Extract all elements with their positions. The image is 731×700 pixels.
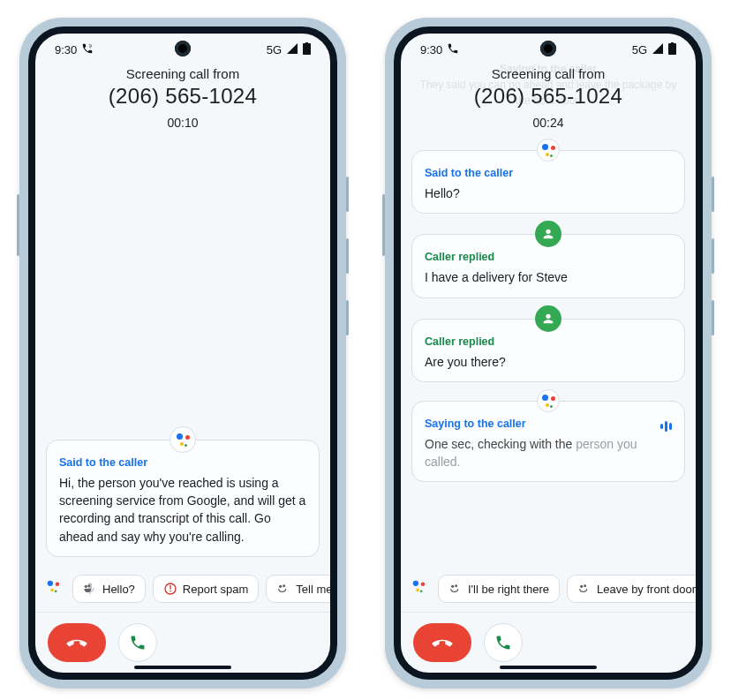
assistant-icon: [46, 579, 65, 598]
card-label: Said to the caller: [59, 456, 306, 469]
call-ongoing-icon: [447, 42, 459, 57]
transcript-area: Said to the caller Hi, the person you've…: [35, 137, 330, 569]
front-camera: [175, 41, 191, 56]
voice-reply-icon: [276, 582, 290, 596]
svg-point-0: [85, 585, 87, 588]
call-timer: 00:24: [401, 109, 696, 130]
assistant-avatar: [537, 139, 560, 162]
card-label: Caller replied: [425, 251, 672, 263]
body-pre: One sec, checking with the: [425, 437, 576, 451]
status-time: 9:30: [420, 43, 442, 56]
svg-point-9: [580, 585, 583, 588]
voice-reply-icon: [448, 582, 463, 596]
svg-point-10: [584, 584, 586, 587]
call-header: Screening call from (206) 565-1024 00:10: [35, 61, 330, 137]
phone-frame-2: 9:30 5G Saying to the caller They said y…: [385, 18, 712, 689]
person-icon: [541, 227, 555, 241]
assistant-avatar: [170, 426, 196, 453]
status-time: 9:30: [55, 43, 77, 56]
hangup-button[interactable]: [48, 623, 106, 662]
caller-avatar: [535, 305, 561, 332]
call-ongoing-icon: [81, 42, 94, 57]
hangup-icon: [431, 631, 454, 654]
home-indicator[interactable]: [500, 666, 597, 669]
assistant-icon: [411, 579, 431, 598]
phone-icon: [494, 634, 512, 651]
card-label: Caller replied: [425, 335, 672, 348]
front-camera: [540, 41, 556, 56]
call-timer: 00:10: [35, 109, 330, 130]
network-type: 5G: [267, 43, 282, 56]
assistant-avatar: [537, 389, 560, 412]
call-action-bar: [401, 612, 696, 673]
card-label: Said to the caller: [425, 167, 672, 179]
card-body: Are you there?: [425, 353, 672, 371]
battery-icon: [668, 42, 676, 57]
hangup-button[interactable]: [413, 623, 471, 662]
caller-number: (206) 565-1024: [35, 81, 330, 109]
svg-point-5: [279, 585, 282, 588]
card-body: One sec, checking with the person you ca…: [425, 435, 672, 471]
assistant-icon: [541, 143, 555, 157]
chip-label: Report spam: [183, 583, 248, 596]
chip-right-there[interactable]: I'll be right there: [438, 575, 560, 603]
chip-label: Leave by front door: [597, 583, 696, 596]
svg-point-6: [283, 584, 285, 587]
card-label: Saying to the caller: [425, 418, 526, 430]
home-indicator[interactable]: [134, 666, 231, 669]
network-type: 5G: [632, 43, 647, 56]
screen-2: 9:30 5G Saying to the caller They said y…: [394, 26, 703, 680]
chip-label: Hello?: [102, 583, 135, 596]
svg-point-8: [455, 584, 457, 587]
header-title: Screening call from: [401, 66, 696, 81]
transcript-card-assistant-live: Saying to the caller One sec, checking w…: [411, 401, 685, 483]
alert-icon: [163, 582, 177, 596]
transcript-card-assistant: Said to the caller Hi, the person you've…: [46, 440, 320, 557]
chip-label: I'll be right there: [468, 583, 549, 596]
chip-report-spam[interactable]: Report spam: [153, 575, 259, 603]
svg-point-7: [451, 585, 454, 588]
voice-reply-icon: [83, 582, 97, 596]
assistant-icon: [541, 394, 555, 408]
chip-leave-door[interactable]: Leave by front door: [567, 575, 696, 603]
chip-tell-me-more[interactable]: Tell me mo: [266, 575, 330, 603]
answer-button[interactable]: [118, 623, 157, 662]
chip-label: Tell me mo: [296, 583, 330, 596]
svg-rect-4: [170, 591, 170, 591]
assistant-icon: [176, 433, 190, 447]
svg-rect-3: [170, 585, 170, 590]
card-body: Hi, the person you've reached is using a…: [59, 474, 306, 546]
header-title: Screening call from: [35, 66, 330, 81]
signal-icon: [652, 43, 664, 56]
phone-frame-1: 9:30 5G Screening call from (206) 565-10…: [19, 18, 346, 689]
suggestion-chip-row[interactable]: Hello? Report spam Tell me mo: [35, 569, 330, 612]
card-body: I have a delivery for Steve: [425, 268, 672, 286]
transcript-area[interactable]: Said to the caller Hello? Caller replied…: [401, 137, 696, 569]
person-icon: [541, 312, 555, 326]
svg-point-1: [87, 584, 90, 587]
battery-icon: [303, 42, 311, 57]
hangup-icon: [65, 631, 88, 654]
screen-1: 9:30 5G Screening call from (206) 565-10…: [28, 26, 337, 680]
phone-icon: [129, 634, 147, 651]
call-header: Saying to the caller They said you can g…: [401, 61, 696, 137]
call-action-bar: [35, 612, 330, 673]
chip-hello[interactable]: Hello?: [72, 575, 146, 603]
card-body: Hello?: [425, 184, 672, 202]
signal-icon: [286, 43, 298, 56]
speaking-indicator-icon: [660, 421, 672, 432]
suggestion-chip-row[interactable]: I'll be right there Leave by front door: [401, 569, 696, 612]
voice-reply-icon: [577, 582, 592, 596]
caller-number: (206) 565-1024: [401, 81, 696, 109]
answer-button[interactable]: [484, 623, 523, 662]
